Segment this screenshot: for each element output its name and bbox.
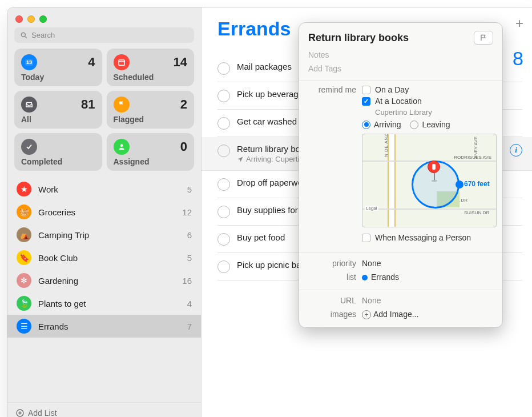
svg-line-1 xyxy=(25,36,27,38)
close-icon[interactable] xyxy=(15,15,23,23)
at-location-label: At a Location xyxy=(375,97,422,106)
my-lists: ★Work5🧺Groceries12⛺Camping Trip6🔖Book Cl… xyxy=(7,178,201,402)
all-count: 81 xyxy=(81,97,95,112)
complete-toggle[interactable] xyxy=(217,260,230,273)
list-icon: 🍃 xyxy=(17,296,31,311)
sidebar-list-item[interactable]: ⛺Camping Trip6 xyxy=(7,223,201,246)
list-name: Errands xyxy=(38,322,187,331)
location-arrow-icon xyxy=(237,156,244,163)
minimize-icon[interactable] xyxy=(27,15,35,23)
svg-rect-2 xyxy=(118,60,124,65)
at-location-checkbox[interactable]: ✓ At a Location xyxy=(362,97,497,106)
search-field[interactable] xyxy=(14,27,194,43)
sidebar-list-item[interactable]: 🧺Groceries12 xyxy=(7,201,201,223)
search-input[interactable] xyxy=(31,31,188,39)
smart-list-scheduled[interactable]: 14 Scheduled xyxy=(107,49,195,86)
when-messaging-checkbox[interactable]: When Messaging a Person xyxy=(362,233,497,242)
map-preview[interactable]: N DE ANZA BLVD RODRIGUES AVE SUISUN DR L… xyxy=(362,134,497,227)
list-icon: 🔖 xyxy=(17,250,31,265)
map-road-h2-label: SUISUN DR xyxy=(464,210,489,215)
info-button[interactable]: i xyxy=(510,144,522,157)
complete-toggle[interactable] xyxy=(217,145,230,157)
url-label: URL xyxy=(308,296,362,305)
list-name: Camping Trip xyxy=(38,230,187,240)
complete-toggle[interactable] xyxy=(217,62,230,75)
list-name: Groceries xyxy=(38,207,182,217)
map-road-right-label: ANEY AVE xyxy=(473,137,478,159)
list-icon: ★ xyxy=(17,182,31,197)
plus-circle-icon: + xyxy=(362,310,371,319)
leaving-label: Leaving xyxy=(422,120,450,129)
priority-label: priority xyxy=(308,259,362,268)
list-count: 12 xyxy=(182,207,192,217)
smart-list-assigned[interactable]: 0 Assigned xyxy=(107,133,195,171)
sidebar-list-item[interactable]: ☰Errands7 xyxy=(7,315,201,338)
list-name: Plants to get xyxy=(38,299,187,308)
smart-list-completed[interactable]: Completed xyxy=(14,133,102,171)
list-icon: ✻ xyxy=(17,273,31,288)
list-icon: ⛺ xyxy=(17,227,31,242)
when-messaging-label: When Messaging a Person xyxy=(375,233,471,242)
window-controls xyxy=(7,7,201,27)
list-count: 5 xyxy=(187,185,192,194)
checkbox-checked-icon: ✓ xyxy=(362,97,370,106)
list-name: Work xyxy=(38,185,187,194)
sidebar-list-item[interactable]: ✻Gardening16 xyxy=(7,269,201,292)
person-icon xyxy=(114,139,130,155)
list-count: 5 xyxy=(187,253,192,263)
scheduled-label: Scheduled xyxy=(114,73,188,82)
complete-toggle[interactable] xyxy=(217,178,230,191)
search-icon xyxy=(20,31,28,39)
url-value[interactable]: None xyxy=(362,296,493,305)
add-reminder-button[interactable]: + xyxy=(515,15,523,31)
assigned-count: 0 xyxy=(180,139,187,154)
list-icon: 🧺 xyxy=(17,205,31,219)
list-field-value[interactable]: Errands xyxy=(362,272,493,282)
complete-toggle[interactable] xyxy=(217,233,230,246)
leaving-radio[interactable]: Leaving xyxy=(410,120,450,129)
checkmark-icon xyxy=(21,139,37,155)
list-color-dot-icon xyxy=(362,275,368,280)
remind-me-label: remind me xyxy=(308,85,362,94)
flagged-count: 2 xyxy=(180,97,187,112)
arriving-radio[interactable]: Arriving xyxy=(362,120,401,129)
radio-unselected-icon xyxy=(410,121,418,129)
list-value-text: Errands xyxy=(371,272,399,282)
sidebar-list-item[interactable]: ★Work5 xyxy=(7,178,201,201)
flag-button[interactable] xyxy=(474,31,493,45)
complete-toggle[interactable] xyxy=(217,90,230,102)
sidebar-list-item[interactable]: 🍃Plants to get4 xyxy=(7,292,201,315)
arriving-label: Arriving xyxy=(374,120,401,129)
add-list-label: Add List xyxy=(28,408,57,417)
complete-toggle[interactable] xyxy=(217,117,230,130)
on-a-day-checkbox[interactable]: On a Day xyxy=(362,85,497,94)
fullscreen-icon[interactable] xyxy=(39,15,47,23)
smart-list-today[interactable]: 13 4 Today xyxy=(14,49,102,86)
tags-field[interactable]: Add Tags xyxy=(299,62,502,81)
smart-list-flagged[interactable]: 2 Flagged xyxy=(107,91,195,129)
complete-toggle[interactable] xyxy=(217,206,230,218)
on-a-day-label: On a Day xyxy=(375,85,409,94)
notes-field[interactable]: Notes xyxy=(299,48,502,62)
map-legal-label: Legal xyxy=(365,206,378,211)
map-road-h2 xyxy=(362,209,496,210)
svg-point-0 xyxy=(21,33,25,37)
svg-point-4 xyxy=(120,144,123,147)
flag-outline-icon xyxy=(479,34,487,42)
location-name[interactable]: Cupertino Library xyxy=(375,108,497,117)
tray-icon xyxy=(21,97,37,113)
checkbox-unchecked-icon xyxy=(362,86,370,94)
add-list-button[interactable]: Add List xyxy=(7,402,201,417)
list-name: Gardening xyxy=(38,276,182,286)
flag-icon xyxy=(114,97,130,113)
map-pin-icon xyxy=(428,161,441,180)
popover-title[interactable]: Return library books xyxy=(308,32,409,44)
list-field-label: list xyxy=(308,272,362,282)
images-label: images xyxy=(308,310,362,319)
priority-value[interactable]: None xyxy=(362,259,493,268)
map-road-vertical xyxy=(388,134,396,227)
sidebar-list-item[interactable]: 🔖Book Club5 xyxy=(7,246,201,269)
list-count: 7 xyxy=(187,322,192,331)
add-image-button[interactable]: +Add Image... xyxy=(362,310,493,319)
smart-list-all[interactable]: 81 All xyxy=(14,91,102,129)
